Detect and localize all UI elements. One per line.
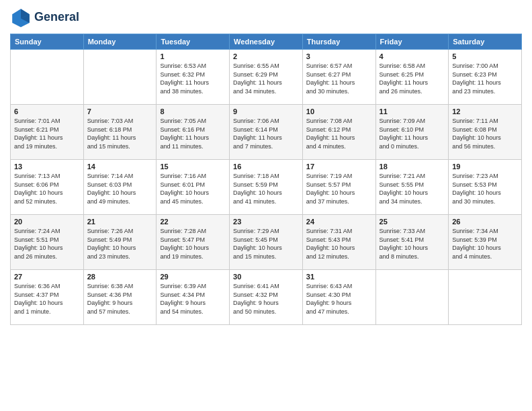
day-number: 18 [380,163,445,171]
day-info: Sunrise: 6:41 AM Sunset: 4:32 PM Dayligh… [233,282,299,316]
logo-text: General [34,11,79,24]
day-number: 24 [306,218,372,226]
calendar-cell [83,50,157,105]
calendar-cell [375,270,449,325]
day-info: Sunrise: 7:28 AM Sunset: 5:47 PM Dayligh… [160,227,226,261]
calendar-cell: 16Sunrise: 7:18 AM Sunset: 5:59 PM Dayli… [230,160,303,215]
day-number: 1 [160,52,226,60]
day-number: 14 [87,163,153,171]
calendar-cell: 28Sunrise: 6:38 AM Sunset: 4:36 PM Dayli… [83,270,157,325]
weekday-header-saturday: Saturday [449,34,522,50]
day-number: 30 [233,273,299,281]
calendar-cell: 26Sunrise: 7:34 AM Sunset: 5:39 PM Dayli… [449,215,522,270]
calendar-cell: 29Sunrise: 6:39 AM Sunset: 4:34 PM Dayli… [157,270,230,325]
day-info: Sunrise: 6:43 AM Sunset: 4:30 PM Dayligh… [306,282,372,316]
logo-line1: General [34,10,79,24]
calendar-cell: 31Sunrise: 6:43 AM Sunset: 4:30 PM Dayli… [302,270,375,325]
calendar-cell [449,270,522,325]
calendar-cell: 3Sunrise: 6:57 AM Sunset: 6:27 PM Daylig… [302,50,375,105]
calendar-cell: 8Sunrise: 7:05 AM Sunset: 6:16 PM Daylig… [157,105,230,160]
calendar-table: SundayMondayTuesdayWednesdayThursdayFrid… [10,34,522,325]
calendar-cell: 24Sunrise: 7:31 AM Sunset: 5:43 PM Dayli… [302,215,375,270]
day-info: Sunrise: 7:09 AM Sunset: 6:10 PM Dayligh… [380,117,445,150]
weekday-header-thursday: Thursday [302,34,375,50]
day-number: 28 [87,273,153,281]
calendar-cell: 18Sunrise: 7:21 AM Sunset: 5:55 PM Dayli… [375,160,449,215]
calendar-cell: 20Sunrise: 7:24 AM Sunset: 5:51 PM Dayli… [11,215,84,270]
calendar-cell: 6Sunrise: 7:01 AM Sunset: 6:21 PM Daylig… [11,105,84,160]
day-info: Sunrise: 7:19 AM Sunset: 5:57 PM Dayligh… [306,172,372,205]
day-number: 17 [306,163,372,171]
week-row-5: 27Sunrise: 6:36 AM Sunset: 4:37 PM Dayli… [11,270,522,325]
calendar-cell: 23Sunrise: 7:29 AM Sunset: 5:45 PM Dayli… [230,215,303,270]
page: General SundayMondayTuesdayWednesdayThur… [0,0,532,332]
day-info: Sunrise: 7:33 AM Sunset: 5:41 PM Dayligh… [380,227,445,261]
day-number: 5 [452,52,518,60]
day-number: 9 [233,107,299,116]
day-info: Sunrise: 6:39 AM Sunset: 4:34 PM Dayligh… [160,282,226,316]
header: General [10,7,522,28]
calendar-cell: 4Sunrise: 6:58 AM Sunset: 6:25 PM Daylig… [375,50,449,105]
day-number: 16 [233,163,299,171]
calendar-cell: 1Sunrise: 6:53 AM Sunset: 6:32 PM Daylig… [157,50,230,105]
week-row-3: 13Sunrise: 7:13 AM Sunset: 6:06 PM Dayli… [11,160,522,215]
day-number: 25 [380,218,445,226]
day-number: 11 [380,107,445,116]
calendar-cell: 12Sunrise: 7:11 AM Sunset: 6:08 PM Dayli… [449,105,522,160]
day-number: 29 [160,273,226,281]
day-info: Sunrise: 7:00 AM Sunset: 6:23 PM Dayligh… [452,62,518,95]
day-info: Sunrise: 7:24 AM Sunset: 5:51 PM Dayligh… [14,227,80,261]
day-info: Sunrise: 7:14 AM Sunset: 6:03 PM Dayligh… [87,172,153,205]
calendar-cell: 25Sunrise: 7:33 AM Sunset: 5:41 PM Dayli… [375,215,449,270]
day-info: Sunrise: 6:55 AM Sunset: 6:29 PM Dayligh… [233,62,299,95]
calendar-cell: 2Sunrise: 6:55 AM Sunset: 6:29 PM Daylig… [230,50,303,105]
calendar-cell: 27Sunrise: 6:36 AM Sunset: 4:37 PM Dayli… [11,270,84,325]
calendar-cell: 11Sunrise: 7:09 AM Sunset: 6:10 PM Dayli… [375,105,449,160]
weekday-header-friday: Friday [375,34,449,50]
day-number: 7 [87,107,153,116]
day-info: Sunrise: 6:57 AM Sunset: 6:27 PM Dayligh… [306,62,372,95]
day-number: 12 [452,107,518,116]
day-info: Sunrise: 6:58 AM Sunset: 6:25 PM Dayligh… [380,62,445,95]
calendar-cell: 13Sunrise: 7:13 AM Sunset: 6:06 PM Dayli… [11,160,84,215]
calendar-cell: 30Sunrise: 6:41 AM Sunset: 4:32 PM Dayli… [230,270,303,325]
week-row-1: 1Sunrise: 6:53 AM Sunset: 6:32 PM Daylig… [11,50,522,105]
day-number: 21 [87,218,153,226]
day-number: 8 [160,107,226,116]
day-number: 3 [306,52,372,60]
day-info: Sunrise: 6:53 AM Sunset: 6:32 PM Dayligh… [160,62,226,95]
day-number: 20 [14,218,80,226]
day-number: 2 [233,52,299,60]
day-number: 22 [160,218,226,226]
day-info: Sunrise: 7:11 AM Sunset: 6:08 PM Dayligh… [452,117,518,150]
logo-icon [10,7,32,28]
calendar-cell: 9Sunrise: 7:06 AM Sunset: 6:14 PM Daylig… [230,105,303,160]
week-row-2: 6Sunrise: 7:01 AM Sunset: 6:21 PM Daylig… [11,105,522,160]
calendar-cell: 10Sunrise: 7:08 AM Sunset: 6:12 PM Dayli… [302,105,375,160]
day-info: Sunrise: 7:29 AM Sunset: 5:45 PM Dayligh… [233,227,299,261]
day-info: Sunrise: 7:18 AM Sunset: 5:59 PM Dayligh… [233,172,299,205]
weekday-header-monday: Monday [83,34,157,50]
calendar-cell: 15Sunrise: 7:16 AM Sunset: 6:01 PM Dayli… [157,160,230,215]
day-number: 26 [452,218,518,226]
calendar-cell: 5Sunrise: 7:00 AM Sunset: 6:23 PM Daylig… [449,50,522,105]
calendar-cell: 17Sunrise: 7:19 AM Sunset: 5:57 PM Dayli… [302,160,375,215]
day-number: 6 [14,107,80,116]
day-info: Sunrise: 7:31 AM Sunset: 5:43 PM Dayligh… [306,227,372,261]
calendar-cell: 14Sunrise: 7:14 AM Sunset: 6:03 PM Dayli… [83,160,157,215]
calendar-cell: 21Sunrise: 7:26 AM Sunset: 5:49 PM Dayli… [83,215,157,270]
day-info: Sunrise: 7:34 AM Sunset: 5:39 PM Dayligh… [452,227,518,261]
day-number: 23 [233,218,299,226]
day-info: Sunrise: 7:01 AM Sunset: 6:21 PM Dayligh… [14,117,80,150]
day-info: Sunrise: 6:36 AM Sunset: 4:37 PM Dayligh… [14,282,80,316]
weekday-header-sunday: Sunday [11,34,84,50]
week-row-4: 20Sunrise: 7:24 AM Sunset: 5:51 PM Dayli… [11,215,522,270]
day-number: 27 [14,273,80,281]
day-info: Sunrise: 7:16 AM Sunset: 6:01 PM Dayligh… [160,172,226,205]
calendar-cell [11,50,84,105]
day-number: 15 [160,163,226,171]
day-info: Sunrise: 7:03 AM Sunset: 6:18 PM Dayligh… [87,117,153,150]
calendar-cell: 7Sunrise: 7:03 AM Sunset: 6:18 PM Daylig… [83,105,157,160]
day-number: 19 [452,163,518,171]
weekday-header-tuesday: Tuesday [157,34,230,50]
